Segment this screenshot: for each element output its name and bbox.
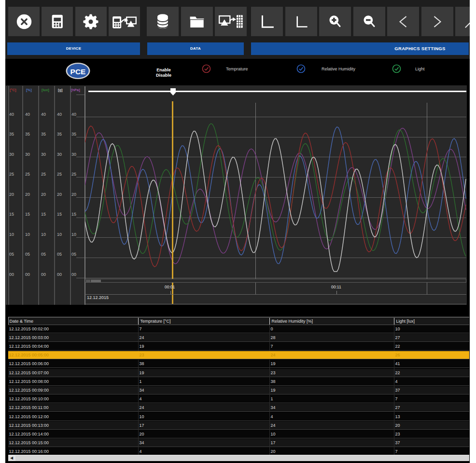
svg-text:PCE: PCE [70, 68, 86, 76]
